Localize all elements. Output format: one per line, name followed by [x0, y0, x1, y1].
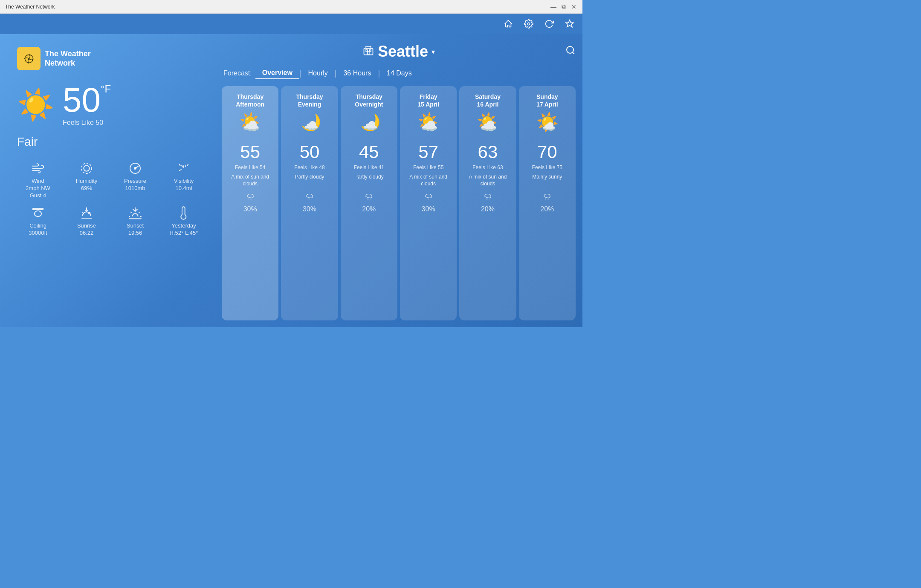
svg-point-0 [527, 23, 530, 25]
card-title-4: Saturday16 April [475, 93, 501, 108]
card-feels-like-0: Feels Like 54 [235, 164, 265, 170]
yesterday-detail: YesterdayH:52° L:45° [163, 206, 205, 237]
forecast-card-4[interactable]: Saturday16 April ☀️ ☁️ 63 Feels Like 63 … [459, 86, 516, 320]
titlebar: The Weather Network — ⧉ ✕ [0, 0, 582, 14]
temperature-value: 50 [63, 83, 101, 117]
close-button[interactable]: ✕ [571, 3, 577, 10]
card-precip-icon-3 [424, 191, 433, 202]
wind-detail: Wind2mph NWGust 4 [17, 161, 59, 199]
refresh-icon[interactable] [543, 18, 555, 30]
condition-text: Fair [17, 135, 205, 149]
card-temperature-3: 57 [418, 143, 438, 161]
left-panel: The Weather Network ☀️ 50 °F Feels Like … [0, 34, 222, 327]
temperature-unit: °F [101, 83, 111, 95]
card-precip-icon-5 [542, 191, 552, 202]
forecast-card-3[interactable]: Friday15 April ☀️ ☁️ 57 Feels Like 55 A … [400, 86, 457, 320]
logo-text: The Weather Network [45, 49, 91, 68]
card-temperature-1: 50 [300, 143, 320, 161]
sunrise-detail: Sunrise06:22 [66, 206, 107, 237]
card-precipitation-3: 30% [422, 205, 435, 213]
forecast-card-1[interactable]: ThursdayEvening 🌙 ☁️ 50 Feels Like 48 Pa… [281, 86, 338, 320]
humidity-detail: Humidity69% [66, 161, 107, 199]
card-title-5: Sunday17 April [536, 93, 558, 108]
card-precipitation-5: 20% [540, 205, 554, 213]
visibility-label: Visibility10.4mi [174, 178, 194, 192]
card-precip-icon-0 [246, 191, 255, 202]
svg-line-27 [573, 52, 574, 54]
forecast-label-text: Forecast: [223, 69, 252, 77]
card-precipitation-1: 30% [303, 205, 316, 213]
card-feels-like-2: Feels Like 41 [354, 164, 384, 170]
svg-rect-13 [33, 208, 43, 210]
pressure-detail: Pressure1010mb [114, 161, 156, 199]
card-precipitation-0: 30% [243, 205, 257, 213]
forecast-nav: Forecast: Overview | Hourly | 36 Hours |… [222, 67, 576, 79]
settings-icon[interactable] [523, 18, 535, 30]
sunrise-icon [80, 206, 93, 220]
logo-area: The Weather Network [17, 47, 205, 70]
svg-line-19 [139, 212, 139, 213]
tab-hourly[interactable]: Hourly [301, 68, 335, 79]
location-name[interactable]: Seattle [378, 43, 428, 61]
pin-icon[interactable] [564, 18, 576, 30]
tab-14days[interactable]: 14 Days [380, 68, 419, 79]
location-city-icon [362, 44, 374, 59]
window-controls: — ⧉ ✕ [550, 3, 577, 10]
card-weather-icon-4: ☀️ ☁️ [475, 113, 501, 138]
svg-rect-22 [366, 46, 371, 49]
minimize-button[interactable]: — [550, 3, 557, 10]
wind-label: Wind2mph NWGust 4 [26, 178, 50, 199]
current-weather-icon: ☀️ [17, 90, 54, 120]
card-title-0: ThursdayAfternoon [236, 93, 264, 108]
forecast-card-0[interactable]: ThursdayAfternoon ☀️ ☁️ 55 Feels Like 54… [222, 86, 278, 320]
visibility-icon [177, 161, 191, 175]
card-title-3: Friday15 April [417, 93, 439, 108]
card-description-2: Partly cloudy [354, 174, 384, 187]
card-weather-icon-3: ☀️ ☁️ [416, 113, 441, 138]
forecast-card-2[interactable]: ThursdayOvernight 🌙 ☁️ 45 Feels Like 41 … [341, 86, 397, 320]
yesterday-label: YesterdayH:52° L:45° [170, 222, 198, 237]
card-weather-icon-1: 🌙 ☁️ [297, 113, 322, 138]
tab-overview[interactable]: Overview [255, 67, 299, 79]
search-icon[interactable] [565, 45, 576, 58]
card-description-0: A mix of sun and clouds [226, 174, 274, 187]
forecast-cards: ThursdayAfternoon ☀️ ☁️ 55 Feels Like 54… [222, 86, 576, 320]
svg-point-3 [81, 163, 92, 173]
card-title-2: ThursdayOvernight [355, 93, 383, 108]
card-temperature-5: 70 [537, 143, 557, 161]
temperature-area: 50 °F Feels Like 50 [63, 83, 111, 127]
card-feels-like-3: Feels Like 55 [413, 164, 443, 170]
card-precip-icon-2 [364, 191, 374, 202]
card-weather-icon-2: 🌙 ☁️ [356, 113, 382, 138]
card-precip-icon-4 [483, 191, 492, 202]
svg-line-11 [187, 164, 188, 166]
sunrise-label: Sunrise06:22 [77, 222, 96, 237]
svg-line-7 [179, 164, 180, 166]
tab-36hours[interactable]: 36 Hours [336, 68, 378, 79]
pressure-label: Pressure1010mb [124, 178, 146, 192]
svg-point-26 [567, 46, 573, 53]
maximize-button[interactable]: ⧉ [560, 3, 567, 10]
svg-rect-24 [369, 50, 371, 52]
card-description-3: A mix of sun and clouds [404, 174, 452, 187]
sunset-label: Sunset19:56 [127, 222, 144, 237]
card-weather-icon-0: ☀️ ☁️ [237, 113, 263, 138]
forecast-card-5[interactable]: Sunday17 April ☀️ ☁️ 70 Feels Like 75 Ma… [519, 86, 576, 320]
svg-rect-23 [366, 50, 368, 52]
svg-line-8 [182, 165, 183, 167]
card-feels-like-5: Feels Like 75 [532, 164, 562, 170]
svg-rect-25 [368, 51, 369, 55]
svg-point-6 [134, 167, 136, 169]
card-precip-icon-1 [305, 191, 314, 202]
logo-icon [17, 47, 41, 70]
card-description-5: Mainly sunny [532, 174, 562, 187]
toolbar [0, 14, 582, 34]
card-temperature-0: 55 [240, 143, 260, 161]
card-precipitation-2: 20% [362, 205, 376, 213]
svg-point-4 [84, 165, 89, 171]
home-icon[interactable] [502, 18, 514, 30]
card-temperature-2: 45 [359, 143, 379, 161]
ceiling-icon [31, 206, 45, 220]
sunset-icon [128, 206, 142, 220]
location-dropdown-arrow[interactable]: ▾ [432, 48, 435, 56]
